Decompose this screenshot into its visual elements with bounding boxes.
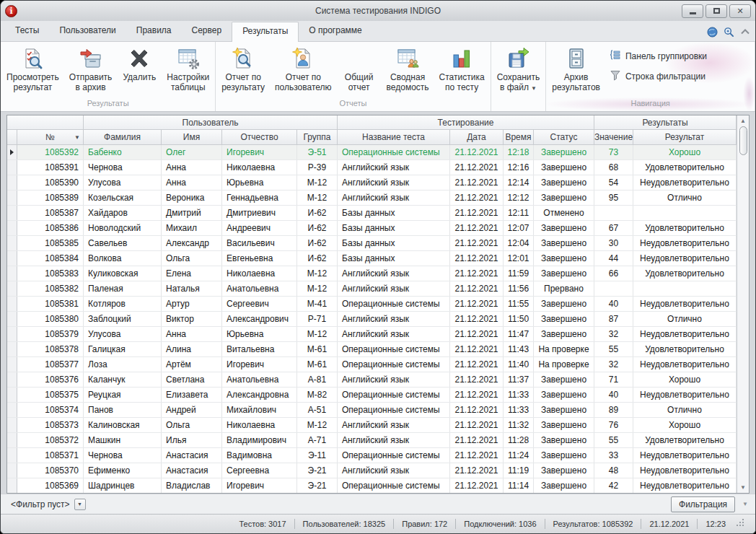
table-row[interactable]: 1085389КозельскаяВероникаГеннадьевнаМ-12… [7,191,737,206]
table-cell: 32 [594,357,633,372]
save-to-file-button[interactable]: Сохранитьв файл▼ [492,43,545,99]
table-cell: 21.12.2021 [450,448,504,463]
tab-about[interactable]: О программе [299,22,372,41]
delete-button[interactable]: Удалить [117,43,162,99]
table-row[interactable]: 1085376КаланчукСветланаАнатольевнаА-81Ан… [7,372,737,388]
table-cell: 73 [594,145,633,159]
table-row[interactable]: 1085381КотляровАртурСергеевичМ-41Операци… [7,297,737,312]
filter-dropdown-button[interactable]: ▼ [74,499,86,510]
table-row[interactable]: 1085387ХайдаровДмитрийДмитриевичИ-62Базы… [7,206,737,221]
report-by-result-button[interactable]: Отчет порезультату [216,43,270,99]
table-cell: Ольга [162,418,222,432]
table-cell: М-12 [297,175,338,190]
close-button[interactable]: ✕ [729,4,751,18]
column-header[interactable]: Время [504,130,534,144]
table-row[interactable]: 1085383КуликовскаяЕленаНиколаевнаМ-12Анг… [7,266,737,281]
table-cell: Андрей [162,403,222,417]
column-filter-button[interactable]: ▼ [74,134,80,141]
tab-users[interactable]: Пользователи [49,22,126,41]
column-header[interactable]: Имя [162,130,222,144]
column-header[interactable]: Фамилия [84,130,162,144]
table-row[interactable]: 1085375РеуцкаяЕлизаветаАлександровнаМ-82… [7,388,737,403]
scroll-down-arrow-icon[interactable]: ▼ [740,482,746,493]
table-cell: Операционные системы [338,478,450,493]
table-row[interactable]: 1085378ГалицкаяАлинаВитальевнаМ-61Операц… [7,342,737,357]
grouping-panel-button[interactable]: Панель группировки [610,49,707,63]
table-cell: Базы данных [338,206,450,220]
table-row[interactable]: 1085372МашкинИльяВладимировичА-71Английс… [7,433,737,448]
table-row[interactable]: 1085384ВолковаОльгаЕвгеньевнаИ-62Базы да… [7,251,737,266]
column-header[interactable]: Статус [534,130,594,144]
table-cell: Неудовлетворительно [633,478,737,493]
report-by-user-button[interactable]: Отчет попользователю [270,43,337,99]
scrollbar-thumb[interactable] [739,126,747,155]
results-archive-button[interactable]: Архиврезультатов [547,43,605,99]
table-cell: 21.12.2021 [450,236,504,250]
tab-rules[interactable]: Правила [126,22,182,41]
status-item: 21.12.2021 [641,520,697,528]
tab-results[interactable]: Результаты [232,22,299,42]
tab-server[interactable]: Сервер [182,22,232,41]
ribbon-group-label: Отчеты [216,99,489,111]
row-indicator [7,297,17,311]
view-result-button[interactable]: Просмотретьрезультат [1,43,64,99]
table-row[interactable]: 1085380ЗаблоцкийВикторАлександровичР-71А… [7,312,737,327]
column-header[interactable]: Группа [297,130,338,144]
minimize-button[interactable] [682,4,703,18]
table-row[interactable]: 1085382ПаленаяНатальяАнатольевнаМ-12Англ… [7,281,737,297]
filter-row-button[interactable]: Строка фильтрации [610,69,707,83]
collapse-ribbon-chevron-icon[interactable] [739,26,751,38]
table-cell: И-62 [297,251,338,266]
table-row[interactable]: 1085371ЧерноваАнастасияВадимовнаЭ-11Опер… [7,448,737,463]
table-cell: 11:32 [504,418,534,432]
table-row[interactable]: 1085377ЛозаАртёмИгоревичМ-61Операционные… [7,357,737,372]
general-report-button[interactable]: Общийотчет [337,43,382,99]
table-cell: 11:56 [504,281,534,296]
table-cell: 1085374 [17,403,84,417]
vertical-scrollbar[interactable]: ▲ ▼ [737,115,749,493]
maximize-button[interactable] [706,4,727,18]
column-header[interactable]: Отчество [222,130,297,144]
summary-sheet-button[interactable]: Своднаяведомость [382,43,434,99]
column-header[interactable]: Значение [594,130,633,144]
table-row[interactable]: 1085385СавельевАлександрВасильевичИ-62Ба… [7,236,737,251]
table-row[interactable]: 1085370ЕфименкоАнастасияСергеевнаЭ-21Анг… [7,463,737,478]
table-cell: 33 [594,448,633,463]
table-row[interactable]: 1085392БабенкоОлегИгоревичЭ-51Операционн… [7,145,737,160]
filtration-button[interactable]: Фильтрация [671,496,735,512]
table-row[interactable]: 1085369ШадринцевВладиславИгоревичЭ-21Опе… [7,478,737,493]
test-statistics-button[interactable]: Статистикапо тесту [434,43,490,99]
resize-grip[interactable] [737,519,745,529]
table-cell: Неудовлетворительно [633,388,737,402]
table-cell: Лоза [84,357,162,372]
dropdown-arrow-icon: ▼ [531,85,537,92]
button-label: Общийотчет [345,72,374,92]
row-indicator [7,175,17,190]
zoom-tool-icon[interactable] [723,26,734,38]
table-cell: 1085385 [17,236,84,250]
table-cell: Завершено [534,145,594,159]
table-cell: Неудовлетворительно [633,463,737,478]
column-header[interactable]: Дата [450,130,504,144]
table-cell: 12:14 [504,175,534,190]
globe-icon[interactable] [706,26,718,38]
tab-tests[interactable]: Тесты [5,22,49,41]
table-row[interactable]: 1085390УлусоваАннаЮрьевнаМ-12Английский … [7,175,737,191]
filter-bar: <Фильтр пуст> ▼ Фильтрация ▼ [1,494,755,514]
table-row[interactable]: 1085374ПановАндрейМихайловичА-51Операцио… [7,403,737,418]
table-row[interactable]: 1085373КалиновскаяОльгаНиколаевнаМ-12Анг… [7,418,737,433]
column-header[interactable]: Название теста [338,130,450,144]
table-row[interactable]: 1085391ЧерноваАннаНиколаевнаР-39Английск… [7,160,737,175]
scroll-up-arrow-icon[interactable]: ▲ [740,115,746,126]
send-to-archive-button[interactable]: Отправитьв архив [64,43,118,99]
column-header[interactable]: №▼ [17,130,84,144]
table-cell: Завершено [534,221,594,235]
table-row[interactable]: 1085386НоволодскийМихаилАндреевичИ-62Баз… [7,221,737,236]
column-header[interactable]: Результат [633,130,737,144]
scroll-down-mini-icon[interactable]: ▼ [742,501,748,507]
table-cell: Анатольевна [222,372,297,387]
table-row[interactable]: 1085379УлусоваАннаЮрьевнаМ-12Английский … [7,327,737,342]
table-cell: М-12 [297,418,338,432]
table-settings-button[interactable]: Настройкитаблицы [162,43,214,99]
table-cell: 42 [594,478,633,493]
